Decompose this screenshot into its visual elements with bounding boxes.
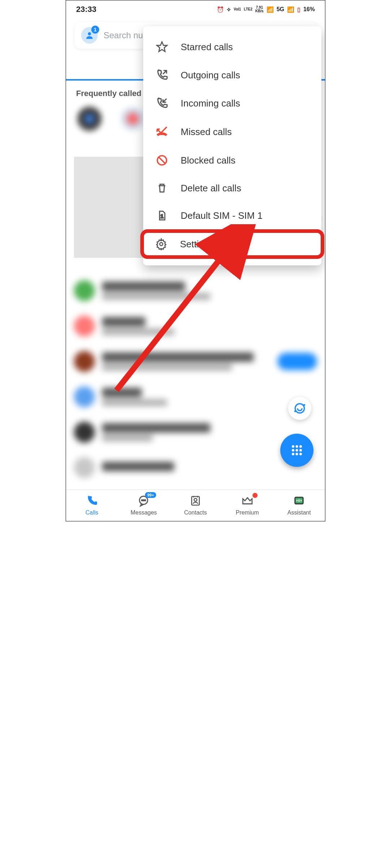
gear-icon <box>154 238 168 250</box>
menu-blocked-calls[interactable]: Blocked calls <box>143 146 321 174</box>
svg-point-1 <box>295 404 304 413</box>
messages-badge: 99+ <box>145 492 156 498</box>
bottom-nav: Calls 99+ Messages Contacts Premium Assi… <box>66 490 325 521</box>
phone-missed-icon <box>155 125 169 138</box>
signal-icon: 📶 <box>267 6 274 13</box>
svg-point-5 <box>296 445 298 448</box>
alarm-icon: ⏰ <box>217 6 224 13</box>
avatar-badge: 1 <box>91 26 99 34</box>
status-battery: 16% <box>303 6 315 13</box>
status-vol: Vol1 <box>234 8 241 11</box>
svg-point-8 <box>296 449 298 452</box>
overflow-menu: Starred calls Outgoing calls Incoming ca… <box>143 26 321 265</box>
status-bar: 23:33 ⏰ ⟡ Vol1 LTE2 7.91 KB/s 📶 5G 📶 ▯ 1… <box>66 0 325 18</box>
trash-icon <box>155 182 169 194</box>
nav-assistant-label: Assistant <box>287 509 311 516</box>
svg-point-7 <box>292 449 294 452</box>
menu-item-label: Delete all calls <box>181 183 241 194</box>
svg-point-18 <box>194 498 197 501</box>
truecaller-fab[interactable] <box>288 397 311 420</box>
svg-point-9 <box>299 449 302 452</box>
phone-outgoing-icon <box>155 69 169 81</box>
list-item[interactable] <box>74 273 317 308</box>
status-speed-unit: KB/s <box>255 9 264 13</box>
menu-outgoing-calls[interactable]: Outgoing calls <box>143 61 321 89</box>
menu-item-label: Starred calls <box>181 42 233 53</box>
svg-point-3 <box>294 410 296 412</box>
menu-item-label: Missed calls <box>181 126 232 138</box>
signal2-icon: 📶 <box>287 6 294 13</box>
svg-point-10 <box>292 453 294 455</box>
premium-dot <box>252 493 258 498</box>
svg-point-6 <box>299 445 302 448</box>
menu-settings[interactable]: Settings <box>140 229 324 259</box>
menu-missed-calls[interactable]: Missed calls <box>143 117 321 146</box>
freq-contact[interactable] <box>77 106 109 149</box>
svg-point-11 <box>296 453 298 455</box>
menu-item-label: Incoming calls <box>181 98 240 109</box>
menu-delete-all[interactable]: Delete all calls <box>143 174 321 202</box>
nav-calls-label: Calls <box>85 509 98 516</box>
status-lte: LTE2 <box>244 8 252 11</box>
blocked-icon <box>155 154 169 166</box>
svg-point-15 <box>143 500 144 501</box>
nav-premium[interactable]: Premium <box>221 494 273 516</box>
svg-point-0 <box>88 32 91 35</box>
bluetooth-icon: ⟡ <box>227 6 231 13</box>
status-net: 5G <box>277 6 284 13</box>
nav-premium-label: Premium <box>236 509 259 516</box>
svg-point-2 <box>303 404 305 406</box>
avatar-icon[interactable]: 1 <box>81 27 98 44</box>
star-icon <box>155 41 169 53</box>
svg-point-4 <box>292 445 294 448</box>
nav-contacts-label: Contacts <box>184 509 207 516</box>
svg-point-22 <box>160 243 163 246</box>
menu-item-label: Outgoing calls <box>181 70 240 81</box>
menu-default-sim[interactable]: 1 Default SIM - SIM 1 <box>143 202 321 229</box>
battery-icon: ▯ <box>297 6 300 13</box>
menu-item-label: Default SIM - SIM 1 <box>181 210 263 221</box>
list-item[interactable] <box>74 379 317 415</box>
nav-messages[interactable]: 99+ Messages <box>118 494 170 516</box>
status-right: ⏰ ⟡ Vol1 LTE2 7.91 KB/s 📶 5G 📶 ▯ 16% <box>217 6 315 13</box>
list-item[interactable] <box>74 450 317 485</box>
menu-starred-calls[interactable]: Starred calls <box>143 33 321 61</box>
menu-item-label: Settings <box>180 239 214 250</box>
nav-messages-label: Messages <box>131 509 157 516</box>
list-item[interactable] <box>74 415 317 450</box>
list-item[interactable] <box>74 308 317 344</box>
dialpad-fab[interactable] <box>280 434 313 467</box>
status-time: 23:33 <box>76 5 96 14</box>
svg-text:1: 1 <box>161 213 163 219</box>
list-item[interactable] <box>74 344 317 379</box>
sim-icon: 1 <box>155 210 169 221</box>
menu-item-label: Blocked calls <box>181 155 236 166</box>
nav-assistant[interactable]: Assistant <box>273 494 325 516</box>
menu-incoming-calls[interactable]: Incoming calls <box>143 89 321 117</box>
phone-incoming-icon <box>155 97 169 109</box>
svg-point-12 <box>299 453 302 455</box>
nav-calls[interactable]: Calls <box>66 494 118 516</box>
svg-point-14 <box>142 500 143 501</box>
svg-point-16 <box>145 500 146 501</box>
nav-contacts[interactable]: Contacts <box>170 494 221 516</box>
